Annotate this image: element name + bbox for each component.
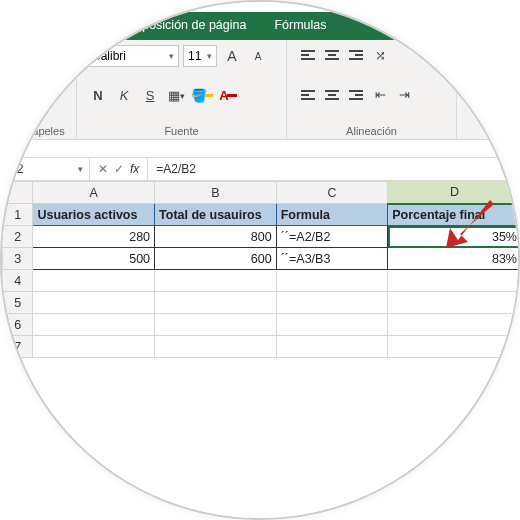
align-center-icon[interactable]: [321, 84, 343, 106]
borders-icon[interactable]: ▦▾: [165, 85, 187, 107]
underline-button[interactable]: S: [139, 85, 161, 107]
cell-A2[interactable]: 280: [33, 226, 155, 248]
cell-B6[interactable]: [155, 314, 277, 336]
cell-D6[interactable]: [388, 314, 520, 336]
row-header-7[interactable]: 7: [3, 336, 33, 358]
row-header-2[interactable]: 2: [3, 226, 33, 248]
cell-C7[interactable]: [276, 336, 388, 358]
cell-B3[interactable]: 600: [155, 248, 277, 270]
row-header-4[interactable]: 4: [3, 270, 33, 292]
cell-A3[interactable]: 500: [33, 248, 155, 270]
cell-C6[interactable]: [276, 314, 388, 336]
ribbon-tabs: io Insertar Disposición de página Fórmul…: [2, 12, 520, 40]
enter-icon[interactable]: ✓: [114, 162, 124, 176]
cancel-icon[interactable]: ✕: [98, 162, 108, 176]
row-header-1[interactable]: 1: [3, 204, 33, 226]
orientation-icon[interactable]: ⤮: [369, 44, 391, 66]
col-header-A[interactable]: A: [33, 182, 155, 204]
cell-C1[interactable]: Formula: [276, 204, 388, 226]
group-clipboard-label: rtapapeles: [13, 123, 64, 137]
row-header-3[interactable]: 3: [3, 248, 33, 270]
cell-B5[interactable]: [155, 292, 277, 314]
align-bottom-icon[interactable]: [345, 44, 367, 66]
align-middle-icon[interactable]: [321, 44, 343, 66]
group-alignment: ⤮ ⇤ ⇥ Alineación: [287, 40, 457, 139]
group-font-label: Fuente: [87, 123, 276, 137]
tab-home[interactable]: io: [2, 12, 40, 40]
chevron-down-icon: ▾: [207, 51, 212, 61]
cell-B1[interactable]: Total de usauiros: [155, 204, 277, 226]
format-painter-icon[interactable]: 🖌: [28, 84, 50, 106]
decrease-font-icon[interactable]: A: [247, 45, 269, 67]
formula-input[interactable]: =A2/B2: [148, 158, 520, 180]
paste-button[interactable]: 📋: [26, 44, 53, 66]
align-left-icon[interactable]: [297, 84, 319, 106]
cell-C5[interactable]: [276, 292, 388, 314]
increase-font-icon[interactable]: A: [221, 45, 243, 67]
font-name-select[interactable]: Calibri▾: [87, 45, 179, 67]
tab-insert[interactable]: Insertar: [40, 12, 110, 40]
tab-formulas[interactable]: Fórmulas: [260, 12, 340, 40]
cell-C4[interactable]: [276, 270, 388, 292]
formula-bar: D2▾ ✕ ✓ fx =A2/B2: [2, 157, 520, 181]
cell-D7[interactable]: [388, 336, 520, 358]
row-header-5[interactable]: 5: [3, 292, 33, 314]
italic-button[interactable]: K: [113, 85, 135, 107]
fx-icon[interactable]: fx: [130, 162, 139, 176]
cell-B7[interactable]: [155, 336, 277, 358]
cell-A5[interactable]: [33, 292, 155, 314]
cell-A1[interactable]: Usuarios activos: [33, 204, 155, 226]
cell-B4[interactable]: [155, 270, 277, 292]
col-header-C[interactable]: C: [276, 182, 388, 204]
cell-D3[interactable]: 83%: [388, 248, 520, 270]
font-size-select[interactable]: 11▾: [183, 45, 217, 67]
cell-D1[interactable]: Porcentaje final: [388, 204, 520, 226]
align-top-icon[interactable]: [297, 44, 319, 66]
paste-icon: 📋: [26, 44, 53, 66]
bold-button[interactable]: N: [87, 85, 109, 107]
name-box[interactable]: D2▾: [2, 158, 90, 180]
cell-C2[interactable]: ´´=A2/B2: [276, 226, 388, 248]
group-clipboard: 📋 🖌 rtapapeles: [2, 40, 77, 139]
ribbon: 📋 🖌 rtapapeles Calibri▾ 11▾ A A N K S ▦▾…: [2, 40, 520, 140]
fill-color-icon[interactable]: 🪣: [191, 85, 213, 107]
align-right-icon[interactable]: [345, 84, 367, 106]
cell-C3[interactable]: ´´=A3/B3: [276, 248, 388, 270]
indent-increase-icon[interactable]: ⇥: [393, 84, 415, 106]
cell-D4[interactable]: [388, 270, 520, 292]
chevron-down-icon: ▾: [78, 164, 83, 174]
tab-page-layout[interactable]: Disposición de página: [110, 12, 260, 40]
cell-A4[interactable]: [33, 270, 155, 292]
row-header-6[interactable]: 6: [3, 314, 33, 336]
chevron-down-icon: ▾: [169, 51, 174, 61]
cell-A6[interactable]: [33, 314, 155, 336]
group-alignment-label: Alineación: [297, 123, 446, 137]
indent-decrease-icon[interactable]: ⇤: [369, 84, 391, 106]
cell-D2[interactable]: 35%: [388, 226, 520, 248]
worksheet-grid: A B C D 1 Usuarios activos Total de usau…: [2, 181, 520, 520]
cell-A7[interactable]: [33, 336, 155, 358]
font-color-icon[interactable]: A: [217, 85, 239, 107]
col-header-D[interactable]: D: [388, 182, 520, 204]
col-header-B[interactable]: B: [155, 182, 277, 204]
group-font: Calibri▾ 11▾ A A N K S ▦▾ 🪣 A Fuente: [77, 40, 287, 139]
select-all-corner[interactable]: [3, 182, 33, 204]
cell-B2[interactable]: 800: [155, 226, 277, 248]
cell-D5[interactable]: [388, 292, 520, 314]
